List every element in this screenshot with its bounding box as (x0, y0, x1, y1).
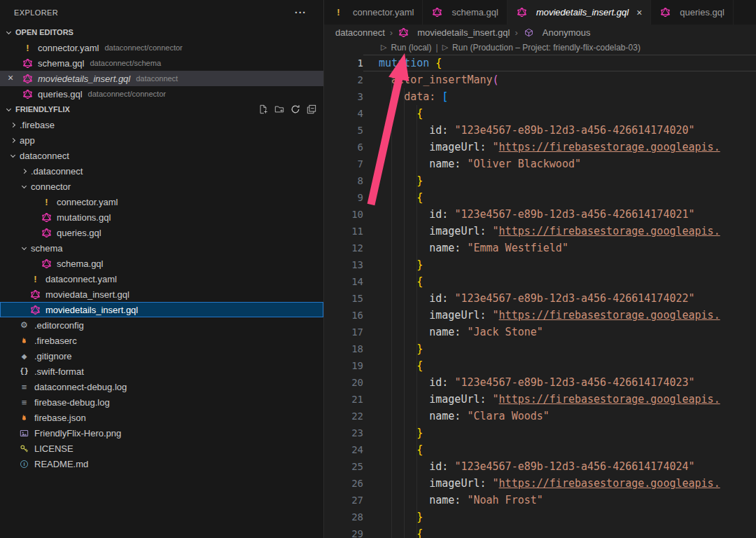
file-label: firebase-debug.log (34, 397, 110, 408)
tree-item-license[interactable]: LICENSE (0, 441, 323, 456)
code-line-2[interactable]: 2 actor_insertMany( (324, 71, 756, 88)
tree-item-queries-gql[interactable]: queries.gql (0, 225, 323, 240)
tab-label: moviedetails_insert.gql (536, 7, 629, 18)
line-content: name: "Oliver Blackwood" (363, 156, 756, 172)
code-line-25[interactable]: 25 id: "123e4567-e89b-12d3-a456-42661417… (324, 458, 756, 475)
code-line-18[interactable]: 18 } (324, 340, 756, 357)
code-line-11[interactable]: 11 imageUrl: "https://firebasestorage.go… (324, 223, 756, 240)
code-line-19[interactable]: 19 { (324, 357, 756, 374)
collapse-all-icon[interactable] (307, 104, 316, 114)
tree-item-firebase-json[interactable]: firebase.json (0, 410, 323, 425)
line-number: 27 (324, 492, 363, 509)
workspace-header[interactable]: FRIENDLYFLIX (0, 102, 323, 117)
tree-item-moviedata-insert-gql[interactable]: moviedata_insert.gql (0, 287, 323, 302)
tab-moviedetails-insert-gql[interactable]: moviedetails_insert.gql × (507, 0, 651, 25)
breadcrumb-item-moviedetails-insert-gql[interactable]: moviedetails_insert.gql (398, 27, 510, 38)
code-line-3[interactable]: 3 data: [ (324, 88, 756, 105)
code-line-9[interactable]: 9 { (324, 189, 756, 206)
tree-item--editorconfig[interactable]: ⚙.editorconfig (0, 317, 323, 333)
code-line-5[interactable]: 5 id: "123e4567-e89b-12d3-a456-426614174… (324, 122, 756, 139)
code-line-24[interactable]: 24 { (324, 441, 756, 458)
run-local-link[interactable]: Run (local) (391, 43, 431, 53)
code-line-13[interactable]: 13 } (324, 256, 756, 273)
tree-item-dataconnect[interactable]: dataconnect (0, 148, 323, 163)
tree-item-schema[interactable]: schema (0, 240, 323, 256)
new-folder-icon[interactable] (274, 104, 284, 114)
graphql-icon (22, 88, 34, 99)
graphql-icon (41, 227, 52, 238)
code-line-21[interactable]: 21 imageUrl: "https://firebasestorage.go… (324, 391, 756, 408)
file-label: .gitignore (34, 351, 71, 361)
graphql-icon (41, 212, 52, 223)
tree-item-app[interactable]: app (0, 132, 323, 148)
file-label: schema.gql (57, 258, 103, 269)
line-number: 17 (324, 324, 363, 340)
info-icon: i (18, 458, 30, 469)
more-actions-icon[interactable]: ··· (295, 7, 307, 18)
file-label: connector.yaml (38, 43, 99, 53)
code-line-28[interactable]: 28 } (324, 509, 756, 525)
tree-item-schema-gql[interactable]: schema.gql (0, 256, 323, 271)
open-editors-header[interactable]: OPEN EDITORS (0, 25, 323, 40)
refresh-icon[interactable] (290, 104, 300, 114)
tree-item-connector[interactable]: connector (0, 179, 323, 194)
code-line-14[interactable]: 14 { (324, 273, 756, 290)
tree-item-connector-yaml[interactable]: !connector.yaml (0, 194, 323, 209)
open-editor-schema-gql[interactable]: schema.gql dataconnect/schema (0, 55, 323, 71)
tree-item--gitignore[interactable]: ◆.gitignore (0, 348, 323, 364)
line-number: 20 (324, 374, 363, 391)
line-number: 11 (324, 223, 363, 240)
code-line-8[interactable]: 8 } (324, 172, 756, 189)
tree-item-readme-md[interactable]: iREADME.md (0, 456, 323, 471)
tree-item-dataconnect-yaml[interactable]: !dataconnect.yaml (0, 271, 323, 287)
code-line-22[interactable]: 22 name: "Clara Woods" (324, 408, 756, 425)
tab-schema-gql[interactable]: schema.gql (423, 0, 507, 25)
line-content: data: [ (363, 88, 756, 105)
close-icon[interactable]: × (636, 7, 642, 18)
code-area[interactable]: 1mutation {2 actor_insertMany(3 data: [4… (324, 55, 756, 538)
file-label: schema (31, 243, 63, 254)
code-line-12[interactable]: 12 name: "Emma Westfield" (324, 240, 756, 256)
code-line-17[interactable]: 17 name: "Jack Stone" (324, 324, 756, 340)
close-icon[interactable]: × (8, 72, 13, 83)
tree-item-moviedetails-insert-gql[interactable]: moviedetails_insert.gql (0, 302, 323, 317)
codelens-separator: | (436, 43, 438, 53)
open-editor-connector-yaml[interactable]: ! connector.yaml dataconnect/connector (0, 40, 323, 55)
code-line-7[interactable]: 7 name: "Oliver Blackwood" (324, 156, 756, 172)
code-line-10[interactable]: 10 id: "123e4567-e89b-12d3-a456-42661417… (324, 206, 756, 223)
file-tree: .firebaseappdataconnect.dataconnectconne… (0, 117, 323, 538)
code-line-27[interactable]: 27 name: "Noah Frost" (324, 492, 756, 509)
tree-item-friendlyflix-hero-png[interactable]: FriendlyFlix-Hero.png (0, 425, 323, 441)
tree-item-mutations-gql[interactable]: mutations.gql (0, 209, 323, 225)
tree-item-firebase-debug-log[interactable]: ≡firebase-debug.log (0, 394, 323, 410)
open-editor-queries-gql[interactable]: queries.gql dataconnect/connector (0, 86, 323, 102)
tree-item--dataconnect[interactable]: .dataconnect (0, 163, 323, 179)
tree-item-dataconnect-debug-log[interactable]: ≡dataconnect-debug.log (0, 379, 323, 394)
code-line-6[interactable]: 6 imageUrl: "https://firebasestorage.goo… (324, 139, 756, 156)
file-label: .firebase (20, 120, 55, 130)
graphql-icon (29, 289, 41, 300)
code-line-15[interactable]: 15 id: "123e4567-e89b-12d3-a456-42661417… (324, 290, 756, 307)
graphql-icon (516, 7, 528, 18)
code-line-4[interactable]: 4 { (324, 105, 756, 122)
line-number: 21 (324, 391, 363, 408)
code-line-26[interactable]: 26 imageUrl: "https://firebasestorage.go… (324, 475, 756, 492)
code-line-16[interactable]: 16 imageUrl: "https://firebasestorage.go… (324, 307, 756, 324)
tab-queries-gql[interactable]: queries.gql (651, 0, 734, 25)
codelens-bar: ▷ Run (local) | ▷ Run (Production – Proj… (324, 40, 756, 55)
breadcrumb-item-dataconnect[interactable]: dataconnect (335, 27, 385, 38)
tree-item--firebaserc[interactable]: .firebaserc (0, 333, 323, 348)
line-number: 19 (324, 357, 363, 374)
tree-item--swift-format[interactable]: {}.swift-format (0, 364, 323, 379)
code-line-29[interactable]: 29 { (324, 525, 756, 538)
code-line-23[interactable]: 23 } (324, 425, 756, 441)
code-line-20[interactable]: 20 id: "123e4567-e89b-12d3-a456-42661417… (324, 374, 756, 391)
tree-item--firebase[interactable]: .firebase (0, 117, 323, 132)
file-label: app (20, 135, 35, 146)
new-file-icon[interactable] (258, 104, 268, 114)
open-editor-moviedetails-insert-gql[interactable]: × moviedetails_insert.gql dataconnect (0, 71, 323, 86)
code-line-1[interactable]: 1mutation { (324, 55, 756, 71)
run-production-link[interactable]: Run (Production – Project: friendly-flix… (452, 43, 640, 53)
breadcrumb-item-anonymous[interactable]: Anonymous (523, 27, 591, 38)
tab-connector-yaml[interactable]: ! connector.yaml (324, 0, 423, 25)
